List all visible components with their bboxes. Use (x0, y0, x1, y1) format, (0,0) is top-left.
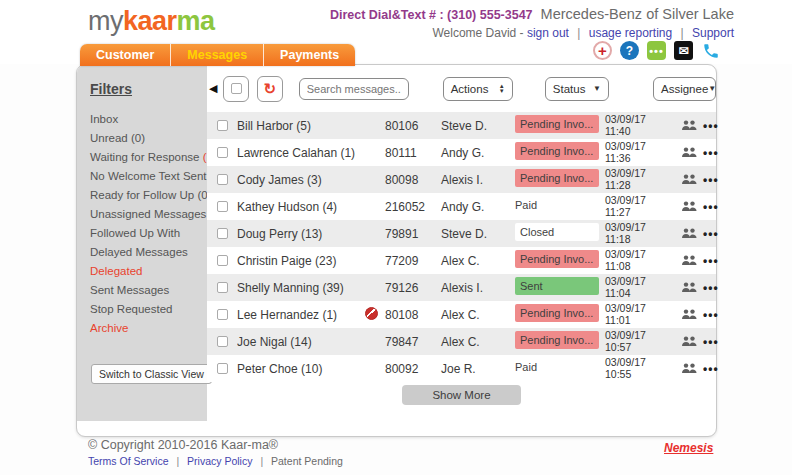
chat-icon[interactable]: ••• (647, 41, 666, 60)
assign-users-icon[interactable] (675, 282, 703, 293)
actions-dropdown[interactable]: Actions ▲▼ (443, 77, 513, 101)
patent-pending-text: Patent Pending (271, 455, 343, 467)
assign-users-icon[interactable] (675, 147, 703, 158)
customer-name[interactable]: Doug Perry (13) (237, 227, 365, 241)
status-dropdown[interactable]: Status ▼ (545, 77, 609, 101)
customer-name[interactable]: Christin Paige (23) (237, 254, 365, 268)
sidebar-item-no-welcome-text-sent[interactable]: No Welcome Text Sent (0) (90, 167, 207, 186)
status-badge[interactable]: Pending Invo... (515, 115, 599, 133)
row-checkbox[interactable] (217, 147, 228, 158)
status-badge[interactable]: Sent (515, 277, 599, 295)
sidebar-item-sent-messages[interactable]: Sent Messages (90, 281, 207, 300)
customer-name[interactable]: Peter Choe (10) (237, 362, 365, 376)
email-icon[interactable]: ✉ (674, 41, 693, 60)
usage-reporting-link[interactable]: usage reporting (589, 26, 672, 40)
sidebar-item-ready-for-follow-up[interactable]: Ready for Follow Up (0) (90, 186, 207, 205)
row-menu-icon[interactable]: ••• (703, 173, 716, 187)
sidebar-item-unassigned-messages[interactable]: Unassigned Messages (824) (90, 205, 207, 224)
status-badge[interactable]: Pending Invo... (515, 142, 599, 160)
table-row[interactable]: Lee Hernandez (1)80108Alex C.Pending Inv… (207, 301, 716, 328)
row-checkbox[interactable] (217, 309, 228, 320)
nemesis-link[interactable]: Nemesis (664, 441, 713, 455)
table-row[interactable]: Christin Paige (23)77209Alex C.Pending I… (207, 247, 716, 274)
show-more-button[interactable]: Show More (402, 385, 520, 405)
sidebar-item-unread[interactable]: Unread (0) (90, 129, 207, 148)
tab-customer[interactable]: Customer (80, 44, 171, 66)
table-row[interactable]: Cody James (3)80098Alexis I.Pending Invo… (207, 166, 716, 193)
privacy-policy-link[interactable]: Privacy Policy (187, 455, 252, 467)
row-checkbox[interactable] (217, 336, 228, 347)
mykaarma-logo[interactable]: mykaarma (88, 6, 215, 37)
customer-name[interactable]: Kathey Hudson (4) (237, 200, 365, 214)
row-checkbox[interactable] (217, 201, 228, 212)
row-menu-icon[interactable]: ••• (703, 254, 716, 268)
message-date: 03/09/17 (605, 276, 675, 288)
row-menu-icon[interactable]: ••• (703, 362, 716, 376)
help-icon[interactable]: ? (620, 41, 639, 60)
table-row[interactable]: Shelly Manning (39)79126Alexis I.Sent03/… (207, 274, 716, 301)
support-link[interactable]: Support (692, 26, 734, 40)
sidebar-item-delayed-messages[interactable]: Delayed Messages (90, 243, 207, 262)
status-badge[interactable]: Pending Invo... (515, 169, 599, 187)
sidebar-item-archive[interactable]: Archive (90, 319, 207, 338)
row-checkbox[interactable] (217, 228, 228, 239)
sign-out-link[interactable]: sign out (527, 26, 569, 40)
table-row[interactable]: Doug Perry (13)79891Steve D.Closed03/09/… (207, 220, 716, 247)
assign-users-icon[interactable] (675, 363, 703, 374)
status-badge[interactable]: Paid (515, 358, 599, 376)
row-menu-icon[interactable]: ••• (703, 308, 716, 322)
table-row[interactable]: Kathey Hudson (4)216052Andy G.Paid03/09/… (207, 193, 716, 220)
message-datetime: 03/09/1711:18 (605, 222, 675, 245)
customer-name[interactable]: Cody James (3) (237, 173, 365, 187)
status-badge[interactable]: Paid (515, 196, 599, 214)
assign-users-icon[interactable] (675, 228, 703, 239)
row-menu-icon[interactable]: ••• (703, 227, 716, 241)
status-badge[interactable]: Pending Invo... (515, 250, 599, 268)
terms-of-service-link[interactable]: Terms Of Service (88, 455, 169, 467)
phone-icon[interactable] (701, 41, 720, 60)
row-checkbox[interactable] (217, 363, 228, 374)
row-menu-icon[interactable]: ••• (703, 281, 716, 295)
table-row[interactable]: Joe Nigal (14)79847Alex C.Pending Invo..… (207, 328, 716, 355)
row-checkbox[interactable] (217, 174, 228, 185)
customer-name[interactable]: Joe Nigal (14) (237, 335, 365, 349)
table-row[interactable]: Bill Harbor (5)80106Steve D.Pending Invo… (207, 112, 716, 139)
assignee-dropdown[interactable]: Assignee ▼ (653, 77, 716, 101)
row-menu-icon[interactable]: ••• (703, 335, 716, 349)
row-menu-icon[interactable]: ••• (703, 146, 716, 160)
status-badge[interactable]: Pending Invo... (515, 331, 599, 349)
row-checkbox[interactable] (217, 282, 228, 293)
assign-users-icon[interactable] (675, 120, 703, 131)
select-all-checkbox[interactable] (223, 76, 249, 102)
sidebar-item-inbox[interactable]: Inbox (90, 110, 207, 129)
sidebar-item-delegated[interactable]: Delegated (90, 262, 207, 281)
customer-name[interactable]: Lawrence Calahan (1) (237, 146, 365, 160)
assign-users-icon[interactable] (675, 255, 703, 266)
assign-users-icon[interactable] (675, 201, 703, 212)
assign-users-icon[interactable] (675, 174, 703, 185)
customer-name[interactable]: Lee Hernandez (1) (237, 308, 365, 322)
row-checkbox[interactable] (217, 120, 228, 131)
row-menu-icon[interactable]: ••• (703, 119, 716, 133)
sidebar-item-followed-up-with[interactable]: Followed Up With (90, 224, 207, 243)
row-menu-icon[interactable]: ••• (703, 200, 716, 214)
sidebar-item-waiting-for-response[interactable]: Waiting for Response (18) (90, 148, 207, 167)
table-row[interactable]: Lawrence Calahan (1)80111Andy G.Pending … (207, 139, 716, 166)
customer-name[interactable]: Shelly Manning (39) (237, 281, 365, 295)
refresh-button[interactable]: ↻ (257, 76, 283, 102)
add-icon[interactable]: + (593, 41, 612, 60)
assign-users-icon[interactable] (675, 336, 703, 347)
search-input[interactable] (299, 78, 409, 100)
assign-users-icon[interactable] (675, 309, 703, 320)
status-badge[interactable]: Closed (515, 223, 599, 241)
sidebar-item-stop-requested[interactable]: Stop Requested (90, 300, 207, 319)
tab-messages[interactable]: Messages (171, 44, 264, 66)
ro-number: 80106 (385, 119, 441, 133)
tab-payments[interactable]: Payments (264, 44, 355, 66)
status-badge[interactable]: Pending Invo... (515, 304, 599, 322)
customer-name[interactable]: Bill Harbor (5) (237, 119, 365, 133)
row-checkbox[interactable] (217, 255, 228, 266)
switch-to-classic-view-button[interactable]: Switch to Classic View (91, 364, 212, 384)
table-row[interactable]: Peter Choe (10)80092Joe R.Paid03/09/1710… (207, 355, 716, 382)
collapse-sidebar-icon[interactable]: ◀ (209, 82, 217, 95)
